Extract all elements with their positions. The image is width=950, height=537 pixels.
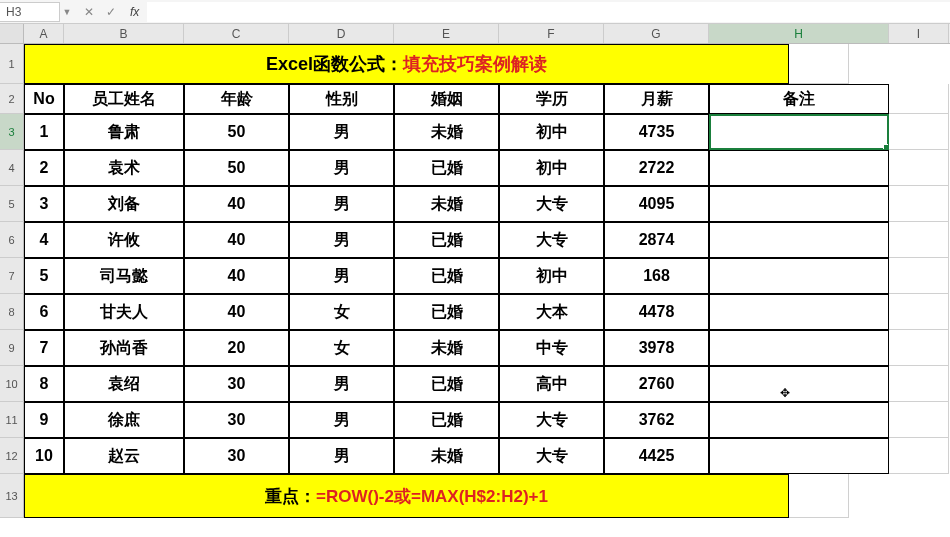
header-remark[interactable]: 备注 bbox=[709, 84, 889, 114]
header-salary[interactable]: 月薪 bbox=[604, 84, 709, 114]
col-header-B[interactable]: B bbox=[64, 24, 184, 43]
cell-F6[interactable]: 大专 bbox=[499, 222, 604, 258]
header-gender[interactable]: 性别 bbox=[289, 84, 394, 114]
header-marriage[interactable]: 婚姻 bbox=[394, 84, 499, 114]
cell-I13[interactable] bbox=[789, 474, 849, 518]
cell-E8[interactable]: 已婚 bbox=[394, 294, 499, 330]
cell-I4[interactable] bbox=[889, 150, 949, 186]
cell-E9[interactable]: 未婚 bbox=[394, 330, 499, 366]
cell-B7[interactable]: 司马懿 bbox=[64, 258, 184, 294]
cell-I10[interactable] bbox=[889, 366, 949, 402]
cell-C4[interactable]: 50 bbox=[184, 150, 289, 186]
col-header-F[interactable]: F bbox=[499, 24, 604, 43]
cell-D4[interactable]: 男 bbox=[289, 150, 394, 186]
cell-A5[interactable]: 3 bbox=[24, 186, 64, 222]
cell-F10[interactable]: 高中 bbox=[499, 366, 604, 402]
cell-E6[interactable]: 已婚 bbox=[394, 222, 499, 258]
cancel-formula-icon[interactable]: ✕ bbox=[82, 5, 96, 19]
cell-I12[interactable] bbox=[889, 438, 949, 474]
cell-E11[interactable]: 已婚 bbox=[394, 402, 499, 438]
cell-A8[interactable]: 6 bbox=[24, 294, 64, 330]
cell-H7[interactable] bbox=[709, 258, 889, 294]
col-header-C[interactable]: C bbox=[184, 24, 289, 43]
cell-F8[interactable]: 大本 bbox=[499, 294, 604, 330]
row-header-6[interactable]: 6 bbox=[0, 222, 24, 258]
name-box[interactable]: H3 bbox=[0, 2, 60, 22]
cell-D10[interactable]: 男 bbox=[289, 366, 394, 402]
cell-G6[interactable]: 2874 bbox=[604, 222, 709, 258]
cell-G8[interactable]: 4478 bbox=[604, 294, 709, 330]
row-header-5[interactable]: 5 bbox=[0, 186, 24, 222]
cell-A10[interactable]: 8 bbox=[24, 366, 64, 402]
formula-input[interactable] bbox=[147, 2, 950, 22]
cell-H9[interactable] bbox=[709, 330, 889, 366]
header-education[interactable]: 学历 bbox=[499, 84, 604, 114]
row-header-13[interactable]: 13 bbox=[0, 474, 24, 518]
row-header-1[interactable]: 1 bbox=[0, 44, 24, 84]
cell-A11[interactable]: 9 bbox=[24, 402, 64, 438]
cell-D12[interactable]: 男 bbox=[289, 438, 394, 474]
cell-C3[interactable]: 50 bbox=[184, 114, 289, 150]
cell-C7[interactable]: 40 bbox=[184, 258, 289, 294]
cell-E7[interactable]: 已婚 bbox=[394, 258, 499, 294]
cell-G12[interactable]: 4425 bbox=[604, 438, 709, 474]
cell-D3[interactable]: 男 bbox=[289, 114, 394, 150]
col-header-H[interactable]: H bbox=[709, 24, 889, 43]
cell-A4[interactable]: 2 bbox=[24, 150, 64, 186]
cell-I2[interactable] bbox=[889, 84, 949, 114]
header-no[interactable]: No bbox=[24, 84, 64, 114]
row-header-7[interactable]: 7 bbox=[0, 258, 24, 294]
col-header-D[interactable]: D bbox=[289, 24, 394, 43]
cell-D8[interactable]: 女 bbox=[289, 294, 394, 330]
cell-F11[interactable]: 大专 bbox=[499, 402, 604, 438]
row-header-9[interactable]: 9 bbox=[0, 330, 24, 366]
cell-G5[interactable]: 4095 bbox=[604, 186, 709, 222]
cell-A12[interactable]: 10 bbox=[24, 438, 64, 474]
cell-I8[interactable] bbox=[889, 294, 949, 330]
cell-G11[interactable]: 3762 bbox=[604, 402, 709, 438]
cell-D6[interactable]: 男 bbox=[289, 222, 394, 258]
cell-B5[interactable]: 刘备 bbox=[64, 186, 184, 222]
col-header-E[interactable]: E bbox=[394, 24, 499, 43]
cell-I1[interactable] bbox=[789, 44, 849, 84]
cell-H5[interactable] bbox=[709, 186, 889, 222]
cell-B8[interactable]: 甘夫人 bbox=[64, 294, 184, 330]
cell-E3[interactable]: 未婚 bbox=[394, 114, 499, 150]
cell-C8[interactable]: 40 bbox=[184, 294, 289, 330]
cell-D5[interactable]: 男 bbox=[289, 186, 394, 222]
cell-I9[interactable] bbox=[889, 330, 949, 366]
header-name[interactable]: 员工姓名 bbox=[64, 84, 184, 114]
cell-B4[interactable]: 袁术 bbox=[64, 150, 184, 186]
cell-H12[interactable] bbox=[709, 438, 889, 474]
row-header-12[interactable]: 12 bbox=[0, 438, 24, 474]
cell-C12[interactable]: 30 bbox=[184, 438, 289, 474]
header-age[interactable]: 年龄 bbox=[184, 84, 289, 114]
cell-F12[interactable]: 大专 bbox=[499, 438, 604, 474]
cell-F7[interactable]: 初中 bbox=[499, 258, 604, 294]
cell-A3[interactable]: 1 bbox=[24, 114, 64, 150]
cell-H10[interactable] bbox=[709, 366, 889, 402]
cell-H3[interactable] bbox=[709, 114, 889, 150]
spreadsheet-grid[interactable]: A B C D E F G H I 1 Excel函数公式：填充技巧案例解读 2… bbox=[0, 24, 950, 518]
cell-I7[interactable] bbox=[889, 258, 949, 294]
cell-F3[interactable]: 初中 bbox=[499, 114, 604, 150]
cell-D11[interactable]: 男 bbox=[289, 402, 394, 438]
cell-H8[interactable] bbox=[709, 294, 889, 330]
cell-F5[interactable]: 大专 bbox=[499, 186, 604, 222]
fx-icon[interactable]: fx bbox=[130, 5, 139, 19]
cell-I5[interactable] bbox=[889, 186, 949, 222]
cell-H4[interactable] bbox=[709, 150, 889, 186]
row-header-4[interactable]: 4 bbox=[0, 150, 24, 186]
cell-C10[interactable]: 30 bbox=[184, 366, 289, 402]
cell-E10[interactable]: 已婚 bbox=[394, 366, 499, 402]
cell-G7[interactable]: 168 bbox=[604, 258, 709, 294]
cell-F4[interactable]: 初中 bbox=[499, 150, 604, 186]
cell-B12[interactable]: 赵云 bbox=[64, 438, 184, 474]
cell-G10[interactable]: 2760 bbox=[604, 366, 709, 402]
cell-F9[interactable]: 中专 bbox=[499, 330, 604, 366]
cell-E12[interactable]: 未婚 bbox=[394, 438, 499, 474]
cell-A7[interactable]: 5 bbox=[24, 258, 64, 294]
name-box-dropdown-icon[interactable]: ▼ bbox=[60, 7, 74, 17]
cell-C11[interactable]: 30 bbox=[184, 402, 289, 438]
cell-C5[interactable]: 40 bbox=[184, 186, 289, 222]
